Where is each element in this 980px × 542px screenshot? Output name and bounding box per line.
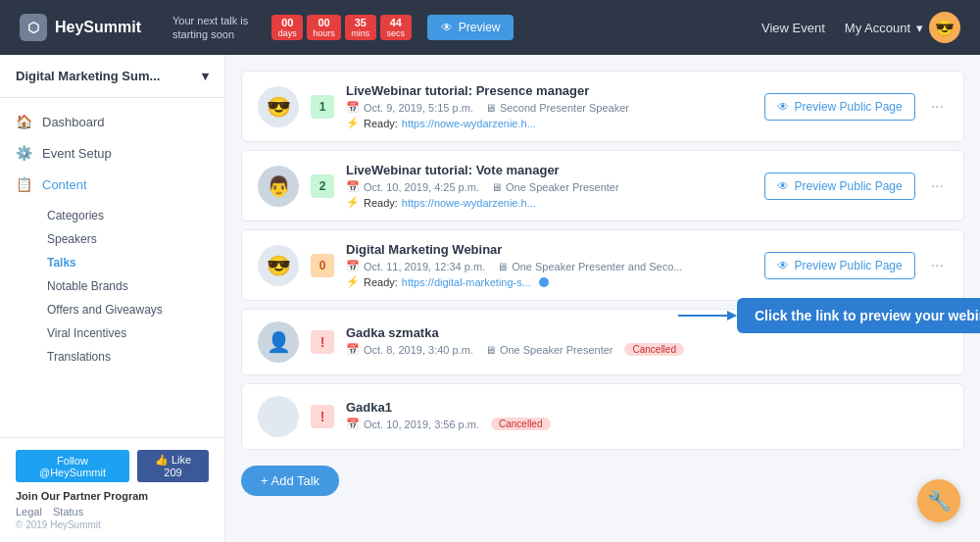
footer-links: Legal Status [16,506,209,517]
more-options-button[interactable]: ··· [927,94,948,120]
svg-marker-1 [727,311,737,320]
logo: ⬡ HeySummit [20,14,141,41]
status-link[interactable]: Status [53,506,83,517]
talk-number: ! [311,330,334,354]
talk-title: LiveWebinar tutorial: Vote manager [346,163,753,177]
fab-button[interactable]: 🔧 [917,479,960,522]
sidebar-item-label: Content [42,177,87,192]
talk-info: Digital Marketing Webinar 📅 Oct. 11, 201… [346,242,753,288]
calendar-icon: 📅 [346,418,360,430]
preview-public-page-button[interactable]: 👁 Preview Public Page [764,252,915,279]
topnav-right: View Event My Account ▾ 😎 [761,12,960,43]
sidebar-item-content[interactable]: 📋 Content [0,169,224,200]
partner-link[interactable]: Join Our Partner Program [16,490,209,502]
avatar: 👨 [258,166,299,207]
calendar-icon: 📅 [346,180,360,193]
sidebar-header: Digital Marketing Sum... ▾ [0,55,224,98]
talk-info: LiveWebinar tutorial: Presence manager 📅… [346,83,753,129]
talk-presenter: 🖥 One Speaker Presenter and Seco... [497,261,682,272]
calendar-icon: 📅 [346,101,360,114]
avatar: 👤 [258,321,299,363]
cancelled-badge: Cancelled [624,343,683,356]
lightning-icon: ⚡ [346,275,360,288]
table-row: 👨 2 LiveWebinar tutorial: Vote manager 📅… [241,150,964,222]
cancelled-badge: Cancelled [491,418,550,430]
next-talk-box: Your next talk is starting soon [172,14,248,42]
copyright: © 2019 HeySummit [16,519,209,530]
next-talk-label: Your next talk is [172,14,248,27]
tooltip-arrow-svg [678,306,737,325]
more-options-button[interactable]: ··· [927,173,948,199]
countdown-secs: 44 secs [380,15,412,40]
talk-date: 📅 Oct. 10, 2019, 3:56 p.m. [346,418,479,430]
table-row: ! Gadka1 📅 Oct. 10, 2019, 3:56 p.m. Canc… [241,383,964,450]
event-selector[interactable]: Digital Marketing Sum... ▾ [16,69,209,83]
tooltip-container: Click the link to preview your webinar r… [678,298,980,333]
talk-title: LiveWebinar tutorial: Presence manager [346,83,753,98]
calendar-icon: 📅 [346,260,360,272]
presenter-icon: 🖥 [485,102,496,114]
event-setup-icon: ⚙️ [16,145,32,161]
layout: Digital Marketing Sum... ▾ 🏠 Dashboard ⚙… [0,55,980,542]
sidebar-item-dashboard[interactable]: 🏠 Dashboard [0,106,224,137]
talk-link[interactable]: https://digital-marketing-s... [402,276,531,288]
sidebar-item-event-setup[interactable]: ⚙️ Event Setup [0,137,224,169]
sidebar-item-talks[interactable]: Talks [31,251,224,274]
logo-text: HeySummit [55,19,141,36]
sidebar-item-viral[interactable]: Viral Incentives [31,321,224,345]
sidebar-item-translations[interactable]: Translations [31,345,224,369]
talk-link-row: ⚡ Ready: https://nowe-wydarzenie.h... [346,117,753,129]
my-account-button[interactable]: My Account ▾ 😎 [845,12,960,43]
avatar [258,396,299,437]
talk-number: 0 [311,254,334,277]
talk-meta: 📅 Oct. 8, 2019, 3:40 p.m. 🖥 One Speaker … [346,343,948,356]
talk-info: LiveWebinar tutorial: Vote manager 📅 Oct… [346,163,753,209]
preview-public-page-button[interactable]: 👁 Preview Public Page [764,93,915,121]
talk-title: Digital Marketing Webinar [346,242,753,257]
legal-link[interactable]: Legal [16,506,42,517]
table-row: 😎 0 Digital Marketing Webinar 📅 Oct. 11,… [241,229,964,301]
talk-link-row: ⚡ Ready: https://digital-marketing-s... [346,275,753,288]
countdown-days: 00 days [271,15,303,40]
talk-link[interactable]: https://nowe-wydarzenie.h... [402,197,536,209]
sidebar-item-label: Dashboard [42,115,105,129]
talk-number: ! [311,405,334,428]
talk-title: Gadka1 [346,400,948,415]
talk-meta: 📅 Oct. 10, 2019, 3:56 p.m. Cancelled [346,418,948,430]
sidebar-footer: Follow @HeySummit 👍 Like 209 Join Our Pa… [0,437,224,542]
sidebar-item-label: Event Setup [42,146,112,161]
view-event-link[interactable]: View Event [761,21,825,35]
sidebar: Digital Marketing Sum... ▾ 🏠 Dashboard ⚙… [0,55,225,542]
presenter-icon: 🖥 [491,181,502,193]
sidebar-item-offers[interactable]: Offers and Giveaways [31,298,224,321]
countdown-mins: 35 mins [345,15,376,40]
talk-meta: 📅 Oct. 11, 2019, 12:34 p.m. 🖥 One Speake… [346,260,753,272]
facebook-like-button[interactable]: 👍 Like 209 [137,450,209,482]
preview-button[interactable]: 👁 Preview [427,15,514,40]
tooltip-bubble: Click the link to preview your webinar r… [737,298,980,333]
more-options-button[interactable]: ··· [927,253,948,278]
sidebar-item-notable-brands[interactable]: Notable Brands [31,274,224,298]
countdown-hours: 00 hours [307,15,341,40]
sidebar-item-categories[interactable]: Categories [31,204,224,227]
avatar: 😎 [258,86,299,127]
add-talk-button[interactable]: + Add Talk [241,466,339,496]
chevron-down-icon: ▾ [916,21,923,35]
sidebar-item-speakers[interactable]: Speakers [31,227,224,251]
talk-date: 📅 Oct. 8, 2019, 3:40 p.m. [346,343,473,356]
twitter-follow-button[interactable]: Follow @HeySummit [16,450,129,482]
talk-info: Gadka1 📅 Oct. 10, 2019, 3:56 p.m. Cancel… [346,400,948,433]
eye-icon: 👁 [777,179,789,193]
sidebar-sub: Categories Speakers Talks Notable Brands… [0,200,224,372]
talk-number: 1 [311,95,334,119]
sidebar-nav: 🏠 Dashboard ⚙️ Event Setup 📋 Content Cat… [0,98,224,380]
topnav: ⬡ HeySummit Your next talk is starting s… [0,0,980,55]
talk-date: 📅 Oct. 11, 2019, 12:34 p.m. [346,260,485,272]
talk-date: 📅 Oct. 10, 2019, 4:25 p.m. [346,180,479,193]
talk-link[interactable]: https://nowe-wydarzenie.h... [402,118,536,129]
preview-public-page-button[interactable]: 👁 Preview Public Page [764,172,915,200]
talk-number: 2 [311,174,334,198]
link-dot [539,277,549,287]
eye-icon: 👁 [777,100,789,114]
dashboard-icon: 🏠 [16,114,32,129]
